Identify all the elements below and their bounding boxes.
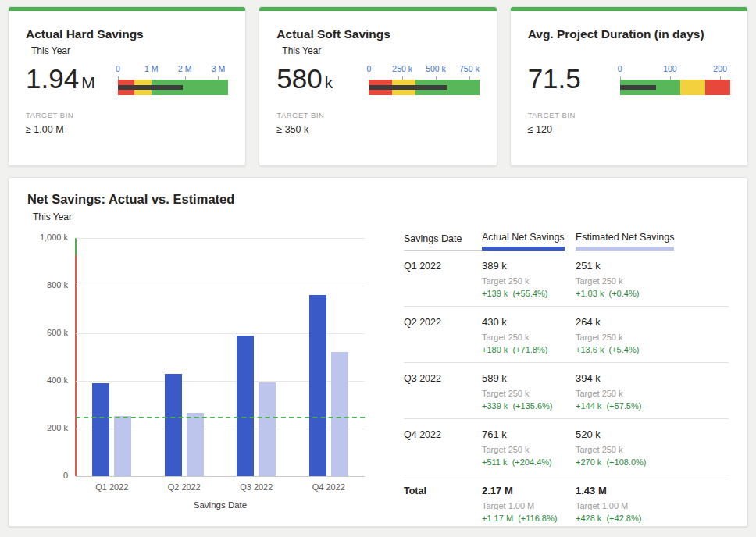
- actual-variance: +1.17 M (+116.8%): [482, 514, 576, 523]
- row-date: Q3 2022: [404, 372, 482, 411]
- bullet-measure-bar: [118, 85, 183, 90]
- target-bin-value: ≥ 350 k: [276, 124, 479, 135]
- y-axis-label: 800 k: [27, 280, 68, 290]
- actual-cell: 589 k Target 250 k +339 k (+135.6%): [482, 372, 576, 411]
- bullet-tick-mark: [402, 76, 403, 80]
- actual-cell: 389 k Target 250 k +139 k (+55.4%): [482, 260, 576, 298]
- bullet-measure-bar: [369, 85, 446, 90]
- estimated-value: 394 k: [576, 372, 729, 384]
- estimated-target: Target 250 k: [576, 445, 729, 454]
- estimated-cell: 264 k Target 250 k +13.6 k (+5.4%): [576, 316, 729, 354]
- estimated-variance: +13.6 k (+5.4%): [576, 345, 729, 354]
- bullet-tick-label: 250 k: [392, 64, 412, 73]
- table-row[interactable]: Q1 2022 389 k Target 250 k +139 k (+55.4…: [404, 251, 729, 307]
- row-date: Total: [404, 485, 482, 523]
- bullet-band-wrap: [118, 80, 228, 97]
- estimated-target: Target 250 k: [576, 276, 729, 286]
- bullet-chart: 0250 k500 k750 k: [369, 64, 479, 97]
- x-axis-label: Q4 2022: [312, 482, 345, 492]
- bullet-band-wrap: [620, 80, 730, 97]
- kpi-card-project-duration: Avg. Project Duration (in days) 71.5 010…: [510, 6, 748, 166]
- estimated-cell: 520 k Target 250 k +270 k (+108.0%): [576, 429, 729, 467]
- bullet-tick-mark: [469, 76, 470, 80]
- y-axis-label: 0: [27, 471, 68, 480]
- bar-actual-q3-2022[interactable]: [237, 336, 254, 476]
- actual-cell: 2.17 M Target 1.00 M +1.17 M (+116.8%): [482, 485, 576, 523]
- bullet-tick-label: 750 k: [459, 64, 480, 73]
- actual-variance: +180 k (+71.8%): [482, 345, 576, 354]
- card-accent-bar: [511, 7, 747, 11]
- target-reference-line: [76, 417, 365, 418]
- bar-actual-q2-2022[interactable]: [165, 374, 182, 476]
- estimated-variance: +1.03 k (+0.4%): [576, 289, 729, 298]
- table-header-estimated: Estimated Net Savings: [576, 229, 729, 251]
- bar-estimated-q4-2022[interactable]: [331, 352, 348, 476]
- card-accent-bar: [9, 7, 245, 11]
- estimated-cell: 1.43 M Target 1.00 M +428 k (+42.8%): [576, 485, 729, 523]
- bar-estimated-q2-2022[interactable]: [187, 413, 204, 476]
- estimated-target: Target 250 k: [576, 389, 729, 398]
- bullet-tick-mark: [152, 76, 152, 80]
- actual-target: Target 250 k: [482, 389, 576, 398]
- estimated-value: 251 k: [576, 260, 729, 272]
- bullet-band: [118, 80, 228, 95]
- bar-estimated-q1-2022[interactable]: [114, 416, 131, 476]
- estimated-cell: 394 k Target 250 k +144 k (+57.5%): [576, 372, 729, 411]
- bullet-tick-mark: [720, 76, 721, 80]
- bullet-band-bad: [705, 80, 730, 95]
- x-axis-label: Q2 2022: [168, 482, 201, 492]
- x-axis-title: Savings Date: [76, 500, 365, 510]
- card-accent-bar: [259, 7, 496, 11]
- chart-plot-area[interactable]: [76, 238, 365, 476]
- bullet-tick-label: 0: [366, 64, 371, 73]
- bullet-tick-label: 100: [663, 64, 677, 73]
- gridline: [76, 476, 365, 477]
- kpi-subtitle: This Year: [282, 45, 479, 57]
- table-row[interactable]: Q2 2022 430 k Target 250 k +180 k (+71.8…: [404, 307, 729, 363]
- kpi-row: Actual Hard Savings This Year 1.94M 01 M…: [8, 6, 748, 166]
- gridline: [76, 238, 365, 239]
- actual-target: Target 250 k: [482, 333, 576, 342]
- x-axis-label: Q3 2022: [240, 482, 273, 492]
- bullet-tick-label: 500 k: [426, 64, 446, 73]
- kpi-value: 1.94M: [26, 63, 118, 94]
- kpi-title: Actual Soft Savings: [276, 27, 479, 41]
- bar-actual-q1-2022[interactable]: [92, 383, 109, 476]
- y-axis-label: 400 k: [27, 375, 68, 385]
- main-body: Savings Date 0200 k400 k600 k800 k1,000 …: [27, 226, 729, 531]
- kpi-value: 580k: [276, 63, 369, 94]
- bullet-band: [369, 80, 479, 95]
- actual-value: 2.17 M: [482, 485, 576, 496]
- row-date: Q1 2022: [404, 260, 482, 298]
- bullet-band-satisfactory: [680, 80, 705, 95]
- bar-chart: Savings Date 0200 k400 k600 k800 k1,000 …: [27, 226, 385, 516]
- bullet-tick-mark: [218, 76, 219, 80]
- actual-value: 589 k: [482, 372, 576, 384]
- table-row[interactable]: Q3 2022 589 k Target 250 k +339 k (+135.…: [404, 363, 729, 419]
- bullet-tick-mark: [118, 76, 119, 80]
- bullet-tick-mark: [185, 76, 186, 80]
- estimated-target: Target 250 k: [576, 333, 729, 342]
- kpi-title: Actual Hard Savings: [26, 27, 228, 41]
- kpi-unit: M: [81, 73, 95, 91]
- bullet-axis: 0250 k500 k750 k: [369, 64, 479, 76]
- kpi-body: 580k 0250 k500 k750 k: [276, 63, 479, 97]
- estimated-cell: 251 k Target 250 k +1.03 k (+0.4%): [576, 260, 729, 298]
- kpi-unit: k: [325, 73, 333, 91]
- table-row[interactable]: Q4 2022 761 k Target 250 k +511 k (+204.…: [404, 419, 729, 475]
- bullet-band-wrap: [369, 80, 479, 97]
- bar-actual-q4-2022[interactable]: [309, 295, 326, 476]
- y-axis-label: 1,000 k: [27, 233, 68, 242]
- bullet-tick-mark: [670, 76, 671, 80]
- bar-estimated-q3-2022[interactable]: [259, 382, 276, 476]
- bullet-tick-mark: [369, 76, 369, 80]
- actual-variance: +339 k (+135.6%): [482, 401, 576, 411]
- target-bin-label: TARGET BIN: [276, 111, 479, 119]
- x-axis-label: Q1 2022: [95, 482, 128, 492]
- bullet-chart: 0100200: [620, 64, 730, 97]
- estimated-value: 1.43 M: [576, 485, 729, 496]
- table-header-date: Savings Date: [404, 233, 482, 251]
- y-axis-label: 600 k: [27, 328, 68, 337]
- bullet-tick-label: 200: [713, 64, 727, 73]
- savings-table: Savings Date Actual Net Savings Estimate…: [404, 226, 729, 531]
